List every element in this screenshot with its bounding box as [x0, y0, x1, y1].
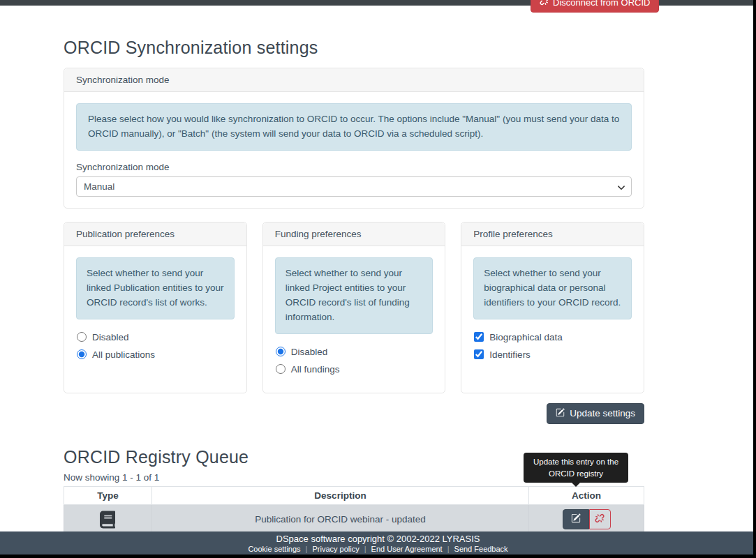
funding-option-disabled[interactable]: Disabled: [276, 347, 433, 357]
funding-option-all-radio[interactable]: [276, 364, 286, 374]
unlink-icon: [595, 513, 605, 525]
profile-option-identifiers-checkbox[interactable]: [474, 349, 484, 359]
sync-mode-info-alert: Please select how you would like synchro…: [76, 103, 632, 151]
publication-preferences-alert: Select whether to send your linked Publi…: [76, 257, 235, 319]
footer-link-cookie-settings[interactable]: Cookie settings: [248, 545, 300, 553]
profile-option-identifiers[interactable]: Identifiers: [474, 349, 632, 360]
update-entry-button[interactable]: [563, 509, 589, 529]
page-title: ORCID Synchronization settings: [64, 38, 644, 58]
row-type-cell: [64, 504, 152, 534]
column-header-type: Type: [64, 486, 152, 504]
disconnect-orcid-label: Disconnect from ORCID: [553, 0, 650, 8]
update-settings-label: Update settings: [570, 408, 635, 418]
funding-option-disabled-radio[interactable]: [276, 347, 286, 356]
footer-separator: |: [306, 545, 308, 553]
funding-preferences-alert: Select whether to send your linked Proje…: [275, 257, 433, 334]
publication-option-all[interactable]: All publications: [77, 349, 235, 360]
footer-separator: |: [364, 545, 366, 553]
preferences-row: Publication preferences Select whether t…: [64, 222, 644, 393]
sync-mode-card-title: Synchronization mode: [64, 68, 644, 92]
row-action-cell: [529, 504, 644, 534]
row-description-cell: Publication for ORCID webinar - updated: [151, 504, 528, 534]
sync-mode-field-label: Synchronization mode: [76, 162, 632, 172]
publication-preferences-title: Publication preferences: [64, 223, 246, 246]
funding-option-all[interactable]: All fundings: [276, 364, 433, 375]
profile-option-biographical[interactable]: Biographical data: [474, 332, 632, 342]
footer-copyright: DSpace software copyright © 2002-2022 LY…: [276, 534, 480, 544]
edit-icon: [556, 408, 565, 419]
publication-option-disabled[interactable]: Disabled: [77, 332, 235, 342]
funding-preferences-title: Funding preferences: [263, 223, 445, 246]
footer-link-end-user-agreement[interactable]: End User Agreement: [371, 545, 443, 553]
column-header-action: Action: [529, 486, 644, 504]
sync-mode-select[interactable]: Manual: [76, 176, 632, 197]
edit-icon: [571, 513, 581, 525]
window-edge-right: [753, 0, 756, 558]
funding-preferences-card: Funding preferences Select whether to se…: [262, 222, 446, 393]
profile-preferences-alert: Select whether to send your biographical…: [473, 257, 632, 319]
column-header-description: Description: [151, 486, 528, 504]
publication-preferences-card: Publication preferences Select whether t…: [64, 222, 247, 393]
discard-entry-button[interactable]: [589, 509, 611, 529]
profile-option-biographical-checkbox[interactable]: [474, 332, 484, 342]
window-edge-bottom: [0, 555, 756, 558]
sync-mode-card: Synchronization mode Please select how y…: [64, 68, 644, 209]
footer: DSpace software copyright © 2002-2022 LY…: [0, 531, 756, 555]
disconnect-orcid-button[interactable]: Disconnect from ORCID: [531, 0, 659, 13]
footer-link-privacy-policy[interactable]: Privacy policy: [312, 545, 359, 553]
sync-mode-select-wrap: Manual: [76, 176, 632, 197]
book-icon: [100, 513, 115, 524]
update-entry-tooltip: Update this entry on the ORCID registry: [524, 453, 628, 483]
unlink-icon: [540, 0, 549, 8]
footer-separator: |: [447, 545, 450, 553]
profile-preferences-title: Profile preferences: [461, 223, 644, 246]
orcid-queue-table: Type Description Action Publication for …: [64, 486, 644, 535]
publication-option-disabled-radio[interactable]: [77, 332, 87, 342]
update-settings-button[interactable]: Update settings: [547, 403, 644, 424]
footer-link-send-feedback[interactable]: Send Feedback: [454, 545, 508, 553]
profile-preferences-card: Profile preferences Select whether to se…: [461, 222, 644, 393]
table-row: Publication for ORCID webinar - updated: [64, 504, 644, 534]
publication-option-all-radio[interactable]: [77, 349, 87, 359]
